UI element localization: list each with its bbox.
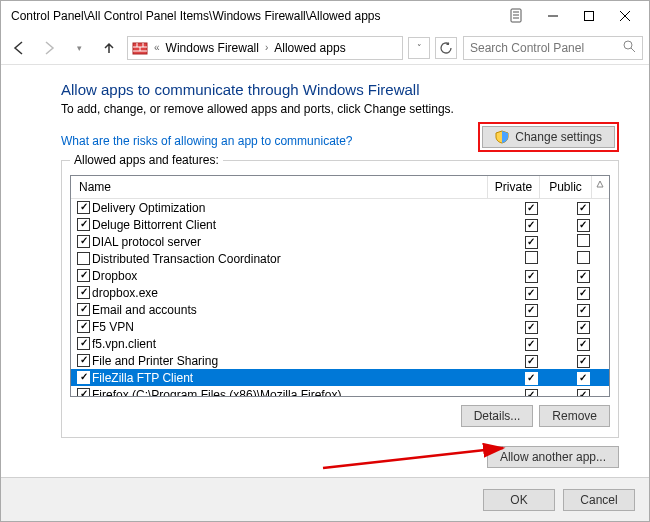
title-bar: Control Panel\All Control Panel Items\Wi… — [1, 1, 649, 31]
table-row[interactable]: DIAL protocol server — [71, 233, 609, 250]
table-row[interactable]: dropbox.exe — [71, 284, 609, 301]
close-button[interactable] — [607, 2, 643, 30]
app-name-label: Email and accounts — [92, 303, 197, 317]
page-subtitle: To add, change, or remove allowed apps a… — [61, 102, 619, 116]
address-breadcrumb[interactable]: « Windows Firewall › Allowed apps — [127, 36, 403, 60]
search-placeholder: Search Control Panel — [470, 41, 584, 55]
back-button[interactable] — [7, 36, 31, 60]
table-row[interactable]: FileZilla FTP Client — [71, 369, 609, 386]
app-name-label: DIAL protocol server — [92, 235, 201, 249]
table-row[interactable]: Email and accounts — [71, 301, 609, 318]
table-row[interactable]: Distributed Transaction Coordinator — [71, 250, 609, 267]
checkbox[interactable] — [77, 371, 90, 384]
checkbox[interactable] — [525, 236, 538, 249]
checkbox[interactable] — [525, 202, 538, 215]
table-row[interactable]: f5.vpn.client — [71, 335, 609, 352]
checkbox[interactable] — [577, 234, 590, 247]
forward-button[interactable] — [37, 36, 61, 60]
recent-locations-button[interactable]: ▾ — [67, 36, 91, 60]
checkbox[interactable] — [577, 251, 590, 264]
checkbox[interactable] — [525, 287, 538, 300]
table-row[interactable]: F5 VPN — [71, 318, 609, 335]
app-name-label: F5 VPN — [92, 320, 134, 334]
checkbox[interactable] — [77, 354, 90, 367]
details-button[interactable]: Details... — [461, 405, 534, 427]
checkbox[interactable] — [525, 321, 538, 334]
checkbox[interactable] — [77, 235, 90, 248]
table-row[interactable]: Firefox (C:\Program Files (x86)\Mozilla … — [71, 386, 609, 396]
cancel-button[interactable]: Cancel — [563, 489, 635, 511]
checkbox[interactable] — [525, 304, 538, 317]
checkbox[interactable] — [77, 337, 90, 350]
allow-another-app-button[interactable]: Allow another app... — [487, 446, 619, 468]
checkbox[interactable] — [77, 201, 90, 214]
app-name-label: Delivery Optimization — [92, 201, 205, 215]
checkbox[interactable] — [77, 388, 90, 396]
app-name-label: Dropbox — [92, 269, 137, 283]
content-area: Allow apps to communicate through Window… — [1, 65, 649, 477]
chevron-right-icon: « — [154, 42, 160, 53]
app-name-label: f5.vpn.client — [92, 337, 156, 351]
checkbox[interactable] — [577, 270, 590, 283]
checkbox[interactable] — [525, 338, 538, 351]
checkbox[interactable] — [525, 251, 538, 264]
checkbox[interactable] — [577, 304, 590, 317]
app-name-label: dropbox.exe — [92, 286, 158, 300]
checkbox[interactable] — [77, 252, 90, 265]
app-name-label: Firefox (C:\Program Files (x86)\Mozilla … — [92, 388, 341, 397]
change-settings-button[interactable]: Change settings — [482, 126, 615, 148]
breadcrumb-part-firewall[interactable]: Windows Firewall — [166, 41, 259, 55]
up-button[interactable] — [97, 36, 121, 60]
table-row[interactable]: Delivery Optimization — [71, 199, 609, 216]
app-name-label: File and Printer Sharing — [92, 354, 218, 368]
scroll-header-gap — [592, 176, 609, 198]
apps-list: Name Private Public Delivery Optimizatio… — [70, 175, 610, 397]
checkbox[interactable] — [77, 303, 90, 316]
search-input[interactable]: Search Control Panel — [463, 36, 643, 60]
column-name[interactable]: Name — [71, 176, 488, 198]
checkbox[interactable] — [577, 287, 590, 300]
checkbox[interactable] — [525, 372, 538, 385]
checkbox[interactable] — [77, 269, 90, 282]
checkbox[interactable] — [77, 286, 90, 299]
checkbox[interactable] — [577, 372, 590, 385]
checkbox[interactable] — [577, 338, 590, 351]
checkbox[interactable] — [525, 219, 538, 232]
firewall-icon — [132, 40, 148, 56]
breadcrumb-part-allowed[interactable]: Allowed apps — [274, 41, 345, 55]
app-name-label: Deluge Bittorrent Client — [92, 218, 216, 232]
table-row[interactable]: Deluge Bittorrent Client — [71, 216, 609, 233]
table-row[interactable]: Dropbox — [71, 267, 609, 284]
risks-link[interactable]: What are the risks of allowing an app to… — [61, 134, 352, 148]
checkbox[interactable] — [577, 389, 590, 396]
refresh-button[interactable] — [435, 37, 457, 59]
checkbox[interactable] — [77, 218, 90, 231]
ok-button[interactable]: OK — [483, 489, 555, 511]
address-history-button[interactable]: ˅ — [408, 37, 430, 59]
window: Control Panel\All Control Panel Items\Wi… — [0, 0, 650, 522]
remove-button[interactable]: Remove — [539, 405, 610, 427]
change-settings-label: Change settings — [515, 130, 602, 144]
window-title: Control Panel\All Control Panel Items\Wi… — [7, 9, 503, 23]
list-body[interactable]: Delivery OptimizationDeluge Bittorrent C… — [71, 199, 609, 396]
app-name-label: FileZilla FTP Client — [92, 371, 193, 385]
checkbox[interactable] — [577, 219, 590, 232]
change-settings-highlight: Change settings — [478, 122, 619, 152]
notebook-icon — [509, 8, 525, 24]
shield-icon — [495, 130, 509, 144]
checkbox[interactable] — [525, 355, 538, 368]
column-private[interactable]: Private — [488, 176, 540, 198]
minimize-button[interactable] — [535, 2, 571, 30]
column-public[interactable]: Public — [540, 176, 592, 198]
dialog-footer: OK Cancel — [1, 477, 649, 521]
list-header: Name Private Public — [71, 176, 609, 199]
checkbox[interactable] — [77, 320, 90, 333]
checkbox[interactable] — [577, 355, 590, 368]
checkbox[interactable] — [577, 321, 590, 334]
checkbox[interactable] — [525, 389, 538, 396]
table-row[interactable]: File and Printer Sharing — [71, 352, 609, 369]
search-icon — [622, 39, 636, 56]
maximize-button[interactable] — [571, 2, 607, 30]
checkbox[interactable] — [577, 202, 590, 215]
checkbox[interactable] — [525, 270, 538, 283]
